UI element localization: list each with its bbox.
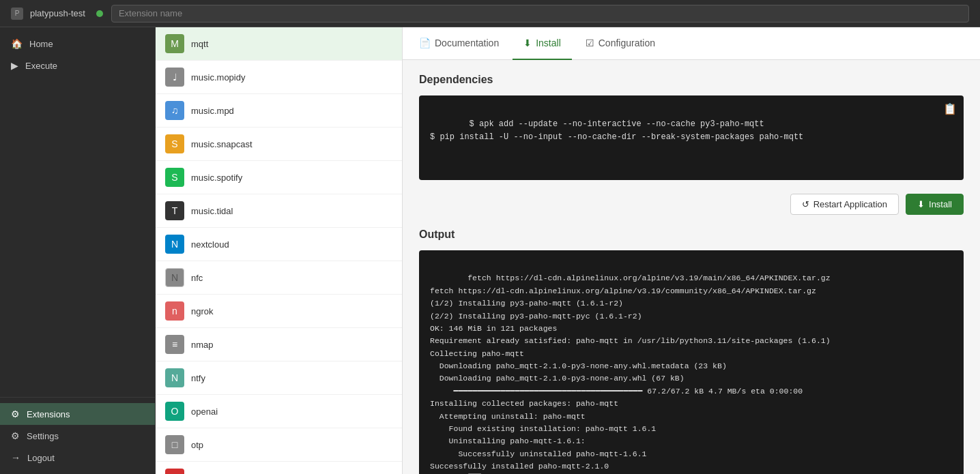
extension-item-pihole[interactable]: π pihole xyxy=(156,462,402,474)
ext-label-otp: otp xyxy=(191,440,203,450)
ext-icon-ngrok: n xyxy=(165,301,184,321)
ext-label-nfc: nfc xyxy=(191,273,203,283)
logout-icon: → xyxy=(11,452,20,463)
restart-icon: ↺ xyxy=(802,199,809,209)
ext-icon-ntfy: N xyxy=(165,368,184,387)
topbar: P platypush-test xyxy=(0,0,980,27)
tab-install[interactable]: ⬇ Install xyxy=(513,27,572,60)
ext-label-nextcloud: nextcloud xyxy=(191,239,229,250)
home-icon: 🏠 xyxy=(11,38,23,49)
ext-icon-pihole: π xyxy=(165,469,184,474)
restart-label: Restart Application xyxy=(813,199,887,209)
extension-item-nmap[interactable]: ≡ nmap xyxy=(156,328,402,361)
extension-item-music.spotify[interactable]: S music.spotify xyxy=(156,161,402,194)
extension-item-openai[interactable]: O openai xyxy=(156,395,402,428)
extension-item-nfc[interactable]: N nfc xyxy=(156,261,402,295)
install-label: Install xyxy=(929,199,952,209)
tab-icon-documentation: 📄 xyxy=(419,38,431,48)
ext-icon-nmap: ≡ xyxy=(165,335,184,354)
ext-label-nmap: nmap xyxy=(191,340,214,350)
sidebar-bottom: ⚙ Extensions ⚙ Settings → Logout xyxy=(0,397,155,474)
sidebar-item-execute[interactable]: ▶ Execute xyxy=(0,55,155,76)
sidebar-item-extensions-label: Extensions xyxy=(27,409,70,419)
dependencies-terminal: $ apk add --update --no-interactive --no… xyxy=(419,95,964,180)
ext-icon-openai: O xyxy=(165,402,184,421)
ext-label-music.spotify: music.spotify xyxy=(191,173,242,183)
install-icon: ⬇ xyxy=(917,199,925,209)
sidebar-item-home[interactable]: 🏠 Home xyxy=(0,33,155,55)
sidebar-item-settings-label: Settings xyxy=(27,431,59,441)
extension-search-input[interactable] xyxy=(111,5,969,23)
extension-item-music.mopidy[interactable]: ♩ music.mopidy xyxy=(156,61,402,94)
ext-icon-nfc: N xyxy=(165,268,184,287)
extension-item-nextcloud[interactable]: N nextcloud xyxy=(156,228,402,261)
extension-item-otp[interactable]: □ otp xyxy=(156,428,402,462)
ext-label-music.tidal: music.tidal xyxy=(191,206,233,216)
ext-icon-music.tidal: T xyxy=(165,201,184,220)
main-layout: 🏠 Home ▶ Execute ⚙ Extensions ⚙ Settings… xyxy=(0,27,980,474)
ext-label-ngrok: ngrok xyxy=(191,306,214,316)
tab-configuration[interactable]: ☑ Configuration xyxy=(575,27,666,60)
app-logo: P xyxy=(11,8,23,20)
execute-icon: ▶ xyxy=(11,60,18,71)
ext-label-music.mpd: music.mpd xyxy=(191,106,234,116)
sidebar-item-execute-label: Execute xyxy=(25,61,57,71)
sidebar-item-logout-label: Logout xyxy=(27,453,55,463)
extension-item-music.tidal[interactable]: T music.tidal xyxy=(156,194,402,228)
tab-icon-configuration: ☑ xyxy=(586,38,594,48)
extension-list: M mqtt ♩ music.mopidy ♫ music.mpd S musi… xyxy=(156,27,403,474)
install-button[interactable]: ⬇ Install xyxy=(906,194,964,215)
content-area: Dependencies $ apk add --update --no-int… xyxy=(403,60,980,474)
tabs-bar: 📄 Documentation ⬇ Install ☑ Configuratio… xyxy=(403,27,980,60)
action-buttons-row: ↺ Restart Application ⬇ Install xyxy=(419,194,964,215)
extension-item-mqtt[interactable]: M mqtt xyxy=(156,27,402,61)
tab-icon-install: ⬇ xyxy=(523,38,532,48)
extension-item-music.snapcast[interactable]: S music.snapcast xyxy=(156,128,402,161)
sidebar-item-logout[interactable]: → Logout xyxy=(0,447,155,469)
app-title: platypush-test xyxy=(30,8,85,18)
sidebar-nav: 🏠 Home ▶ Execute xyxy=(0,27,155,397)
ext-icon-music.spotify: S xyxy=(165,168,184,187)
ext-icon-music.mpd: ♫ xyxy=(165,101,184,120)
main-content: 📄 Documentation ⬇ Install ☑ Configuratio… xyxy=(403,27,980,474)
restart-application-button[interactable]: ↺ Restart Application xyxy=(790,194,899,215)
ext-icon-music.snapcast: S xyxy=(165,134,184,153)
ext-label-music.mopidy: music.mopidy xyxy=(191,72,245,83)
ext-label-openai: openai xyxy=(191,406,218,417)
sidebar: 🏠 Home ▶ Execute ⚙ Extensions ⚙ Settings… xyxy=(0,27,156,474)
dependencies-title: Dependencies xyxy=(419,74,964,86)
extension-item-music.mpd[interactable]: ♫ music.mpd xyxy=(156,94,402,128)
ext-label-music.snapcast: music.snapcast xyxy=(191,139,253,149)
ext-icon-otp: □ xyxy=(165,435,184,454)
extensions-icon: ⚙ xyxy=(11,409,20,419)
ext-icon-mqtt: M xyxy=(165,34,184,53)
ext-icon-music.mopidy: ♩ xyxy=(165,68,184,87)
sidebar-item-extensions[interactable]: ⚙ Extensions xyxy=(0,403,155,425)
extension-item-ntfy[interactable]: N ntfy xyxy=(156,361,402,395)
status-indicator xyxy=(96,10,103,17)
output-title: Output xyxy=(419,228,964,241)
copy-dependencies-button[interactable]: 📋 xyxy=(943,102,957,115)
tab-label-documentation: Documentation xyxy=(435,38,499,48)
tab-documentation[interactable]: 📄 Documentation xyxy=(408,27,510,60)
settings-icon: ⚙ xyxy=(11,430,20,441)
ext-label-ntfy: ntfy xyxy=(191,373,205,383)
ext-label-mqtt: mqtt xyxy=(191,39,208,49)
dependencies-command: $ apk add --update --no-interactive --no… xyxy=(430,119,803,142)
tab-label-configuration: Configuration xyxy=(599,38,655,48)
tab-label-install: Install xyxy=(536,38,561,48)
ext-icon-nextcloud: N xyxy=(165,235,184,254)
sidebar-item-settings[interactable]: ⚙ Settings xyxy=(0,425,155,447)
output-terminal: fetch https://dl-cdn.alpinelinux.org/alp… xyxy=(419,250,964,474)
extension-item-ngrok[interactable]: n ngrok xyxy=(156,295,402,328)
sidebar-item-home-label: Home xyxy=(29,39,53,49)
output-content: fetch https://dl-cdn.alpinelinux.org/alp… xyxy=(430,273,831,471)
